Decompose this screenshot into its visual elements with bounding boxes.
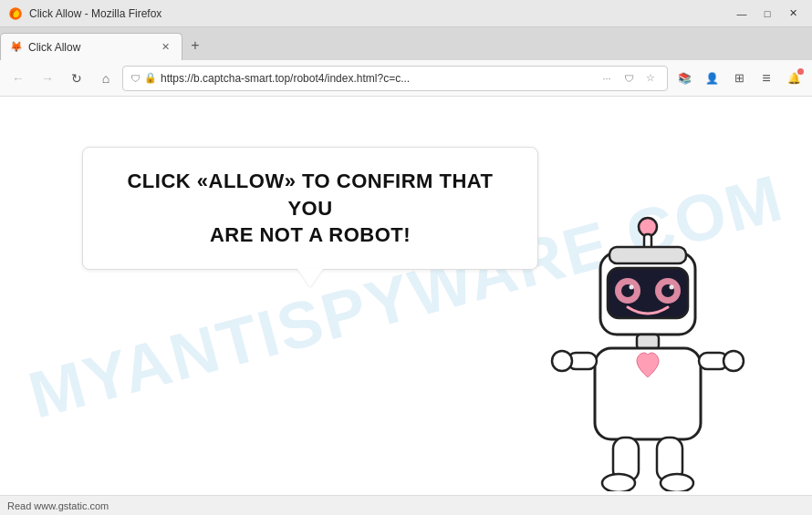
speech-bubble: CLICK «ALLOW» TO CONFIRM THAT YOU ARE NO… bbox=[82, 147, 538, 270]
robot-svg bbox=[529, 200, 766, 491]
tab-close-button[interactable]: ✕ bbox=[158, 40, 172, 55]
new-tab-button[interactable]: + bbox=[182, 33, 208, 58]
navbar: ← → ↻ ⌂ 🛡 🔒 https://b.captcha-smart.top/… bbox=[0, 60, 812, 97]
url-text: https://b.captcha-smart.top/robot4/index… bbox=[161, 72, 594, 85]
svg-point-12 bbox=[670, 285, 674, 290]
shield-icon: 🛡 bbox=[130, 73, 141, 84]
bookmark-icon[interactable]: ☆ bbox=[641, 69, 660, 88]
page-content: MYANTISPYWARE.COM CLICK «ALLOW» TO CONFI… bbox=[0, 97, 812, 495]
firefox-logo-icon bbox=[7, 5, 24, 22]
notification-button[interactable]: 🔔 bbox=[781, 66, 807, 91]
forward-button[interactable]: → bbox=[35, 66, 60, 91]
home-button[interactable]: ⌂ bbox=[93, 66, 119, 91]
tab-label: Click Allow bbox=[28, 41, 152, 54]
tabbar: 🦊 Click Allow ✕ + bbox=[0, 27, 812, 60]
svg-rect-5 bbox=[609, 247, 686, 263]
lock-icon: 🔒 bbox=[144, 72, 157, 84]
maximize-button[interactable]: □ bbox=[755, 5, 779, 22]
svg-point-16 bbox=[552, 351, 572, 371]
bubble-text: CLICK «ALLOW» TO CONFIRM THAT YOU ARE NO… bbox=[110, 168, 510, 249]
titlebar: Click Allow - Mozilla Firefox — □ ✕ bbox=[0, 0, 812, 27]
more-options-icon[interactable]: ··· bbox=[598, 69, 616, 88]
back-button[interactable]: ← bbox=[5, 66, 31, 91]
minimize-button[interactable]: — bbox=[730, 5, 754, 22]
more-button[interactable]: ≡ bbox=[754, 66, 779, 91]
statusbar: Read www.gstatic.com bbox=[0, 495, 812, 515]
close-button[interactable]: ✕ bbox=[781, 5, 805, 22]
library-button[interactable]: 📚 bbox=[671, 66, 697, 91]
address-bar-actions: ··· 🛡 ☆ bbox=[598, 69, 660, 88]
statusbar-text: Read www.gstatic.com bbox=[7, 500, 109, 511]
sync-button[interactable]: 👤 bbox=[699, 66, 724, 91]
titlebar-left: Click Allow - Mozilla Firefox bbox=[7, 5, 161, 22]
reload-button[interactable]: ↻ bbox=[64, 66, 89, 91]
svg-point-11 bbox=[630, 285, 634, 290]
svg-point-18 bbox=[724, 351, 744, 371]
toolbar-right: 📚 👤 ⊞ ≡ 🔔 bbox=[671, 66, 807, 91]
svg-point-22 bbox=[661, 474, 693, 491]
speech-bubble-container: CLICK «ALLOW» TO CONFIRM THAT YOU ARE NO… bbox=[82, 147, 538, 270]
robot-image bbox=[529, 200, 766, 495]
svg-point-20 bbox=[602, 474, 635, 491]
titlebar-controls: — □ ✕ bbox=[730, 5, 805, 22]
shield-action-icon: 🛡 bbox=[619, 69, 638, 88]
address-bar[interactable]: 🛡 🔒 https://b.captcha-smart.top/robot4/i… bbox=[122, 66, 668, 91]
tab-favicon-icon: 🦊 bbox=[10, 41, 23, 54]
active-tab[interactable]: 🦊 Click Allow ✕ bbox=[0, 33, 182, 60]
titlebar-title: Click Allow - Mozilla Firefox bbox=[29, 7, 161, 20]
extensions-button[interactable]: ⊞ bbox=[726, 66, 752, 91]
